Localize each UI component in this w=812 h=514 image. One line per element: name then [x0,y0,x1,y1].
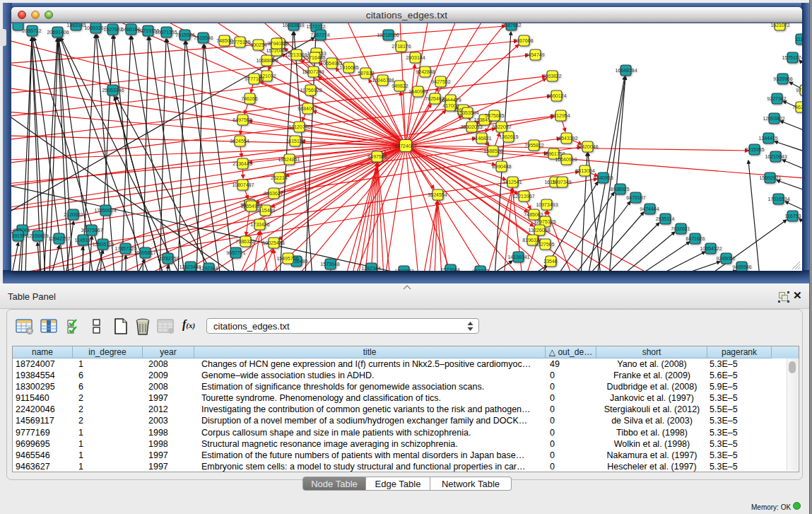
svg-text:12505115: 12505115 [93,242,114,247]
svg-text:7955812: 7955812 [524,143,543,148]
svg-text:25302033: 25302033 [460,124,482,129]
svg-text:1615132: 1615132 [286,139,305,144]
svg-text:9146821: 9146821 [472,136,491,141]
svg-text:116753: 116753 [785,214,801,218]
svg-text:15353594: 15353594 [457,110,478,115]
svg-text:7485063: 7485063 [524,212,543,217]
svg-text:2136443: 2136443 [233,161,252,166]
svg-text:1292344: 1292344 [199,266,218,271]
svg-text:10756928: 10756928 [300,88,322,93]
svg-text:20691406: 20691406 [47,30,69,35]
svg-text:8660124: 8660124 [547,93,566,98]
svg-text:8938925: 8938925 [610,187,629,192]
svg-text:6497568: 6497568 [233,117,252,122]
svg-text:2718176: 2718176 [392,44,411,49]
svg-text:2935114: 2935114 [656,216,675,221]
svg-text:6497568: 6497568 [367,154,387,159]
svg-text:1527602: 1527602 [103,27,122,32]
svg-text:16046788: 16046788 [372,78,394,83]
svg-text:16782759: 16782759 [157,256,179,261]
svg-text:1097349: 1097349 [552,180,571,185]
svg-text:17016534: 17016534 [767,197,789,201]
svg-text:7632621: 7632621 [671,226,690,231]
svg-text:8912954: 8912954 [551,113,570,118]
svg-text:1362615: 1362615 [499,134,518,139]
svg-text:12156829: 12156829 [26,233,48,238]
svg-text:5875685: 5875685 [485,113,504,118]
svg-text:1292827: 1292827 [394,269,413,271]
svg-text:14136141: 14136141 [507,255,529,259]
svg-text:16648784: 16648784 [615,68,637,73]
svg-text:9245052: 9245052 [716,256,735,261]
svg-text:15692921: 15692921 [759,175,781,180]
svg-text:18724007: 18724007 [394,144,416,148]
svg-text:100254: 100254 [250,42,266,47]
svg-text:9465546: 9465546 [732,264,751,269]
svg-text:16210643: 16210643 [765,154,787,159]
svg-text:9474444: 9474444 [640,206,659,211]
svg-text:1572212: 1572212 [306,24,325,29]
svg-text:12975125: 12975125 [534,219,555,224]
svg-text:23546: 23546 [543,259,558,264]
svg-text:3624554: 3624554 [428,192,447,197]
svg-text:1640955: 1640955 [594,175,613,180]
svg-text:9463627: 9463627 [264,191,283,196]
svg-text:12942757: 12942757 [48,236,70,241]
svg-text:25053346: 25053346 [102,88,124,93]
svg-text:1112: 1112 [796,37,802,42]
svg-text:8454749: 8454749 [525,52,544,57]
svg-text:16120746: 16120746 [288,124,310,129]
svg-text:15716485: 15716485 [303,55,325,60]
svg-text:16543392: 16543392 [555,136,577,141]
svg-text:16033839: 16033839 [282,23,304,28]
svg-text:7986322: 7986322 [235,239,254,244]
svg-text:8990448: 8990448 [492,164,511,169]
svg-text:10807487: 10807487 [232,182,254,187]
svg-text:7663822: 7663822 [542,74,561,78]
svg-text:1812541: 1812541 [502,180,522,185]
svg-text:2803144: 2803144 [406,55,425,60]
svg-text:1363145: 1363145 [66,23,86,28]
svg-text:13524851: 13524851 [278,157,300,162]
svg-text:8215955: 8215955 [745,147,764,152]
svg-text:19654923: 19654923 [240,204,262,209]
svg-text:746266: 746266 [241,96,257,101]
svg-text:1573648: 1573648 [320,262,339,267]
svg-text:1573644: 1573644 [440,267,459,271]
svg-text:17859924: 17859924 [94,208,116,213]
svg-text:9327505: 9327505 [535,242,554,247]
svg-text:9684067: 9684067 [298,106,317,111]
svg-text:1916685: 1916685 [339,65,358,70]
svg-text:22420046: 22420046 [576,144,598,149]
svg-text:9794028: 9794028 [267,41,286,46]
svg-text:10688609: 10688609 [256,58,278,63]
svg-text:949822: 949822 [392,83,408,88]
svg-text:12823448: 12823448 [179,264,201,269]
svg-text:12213967: 12213967 [512,194,534,199]
svg-text:2055712: 2055712 [22,28,41,33]
svg-text:15495796: 15495796 [276,256,298,261]
svg-text:2120652: 2120652 [64,212,83,217]
svg-text:1588520: 1588520 [483,148,502,153]
svg-text:5822037: 5822037 [492,124,511,129]
svg-text:10654122: 10654122 [700,246,722,251]
svg-text:9777169: 9777169 [796,88,802,93]
svg-text:8813054: 8813054 [575,168,594,173]
svg-text:12775125: 12775125 [228,40,250,45]
svg-text:9227342: 9227342 [767,96,786,101]
svg-text:10973493: 10973493 [536,202,558,207]
svg-text:10025438: 10025438 [262,240,284,245]
svg-text:18807249: 18807249 [302,69,324,74]
svg-text:1733426: 1733426 [250,222,269,227]
svg-text:9329966: 9329966 [773,76,792,81]
svg-text:8471626: 8471626 [686,236,705,241]
svg-text:2367608: 2367608 [514,38,533,43]
svg-text:13226058: 13226058 [528,228,550,233]
svg-text:3624554: 3624554 [230,139,249,144]
svg-text:10671355: 10671355 [155,30,177,35]
svg-text:7515546: 7515546 [194,35,213,40]
svg-text:962777: 962777 [472,269,488,271]
svg-text:587833: 587833 [358,71,374,76]
svg-text:16095817: 16095817 [134,250,155,255]
svg-text:114519: 114519 [75,238,91,243]
